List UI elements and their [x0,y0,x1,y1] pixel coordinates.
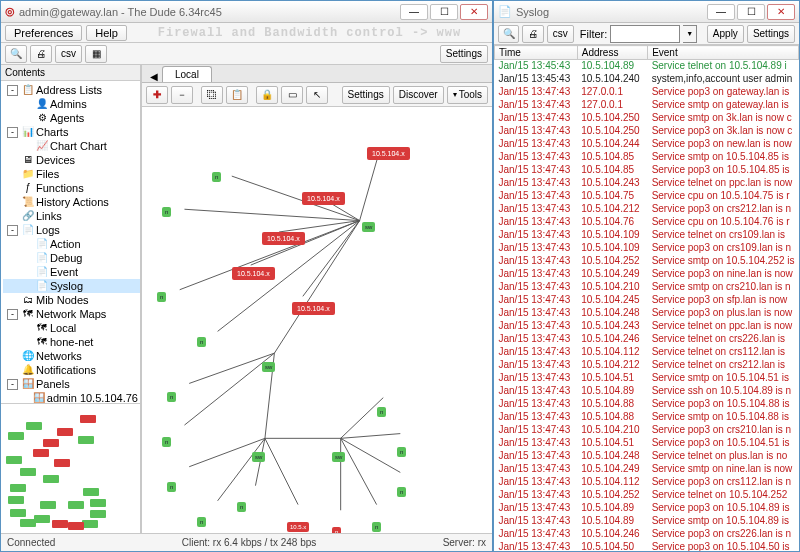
csv-button[interactable]: csv [55,45,82,63]
table-row[interactable]: Jan/15 13:45:4310.5.104.240system,info,a… [495,73,799,86]
printer-icon[interactable]: 🖨 [522,25,543,43]
tree-view[interactable]: -📋Address Lists👤Admins⚙Agents-📊Charts📈Ch… [1,81,140,403]
expand-icon[interactable]: - [7,225,18,236]
table-row[interactable]: Jan/15 13:47:4310.5.104.109Service telne… [495,229,799,242]
tree-item[interactable]: 🖥Devices [3,153,140,167]
tree-item[interactable]: 📄Debug [3,251,140,265]
tree-item[interactable]: ƒFunctions [3,181,140,195]
tree-item[interactable]: -🪟Panels [3,377,140,391]
table-row[interactable]: Jan/15 13:47:4310.5.104.210Service pop3 … [495,424,799,437]
table-row[interactable]: Jan/15 13:47:4310.5.104.252Service smtp … [495,255,799,268]
table-row[interactable]: Jan/15 13:47:4310.5.104.85Service pop3 o… [495,164,799,177]
table-row[interactable]: Jan/15 13:47:4310.5.104.75Service cpu on… [495,190,799,203]
canvas-node[interactable]: 10.5.104.x [292,302,335,315]
menu-preferences[interactable]: Preferences [5,25,82,41]
close-button[interactable]: ✕ [767,4,795,20]
expand-icon[interactable]: - [7,85,18,96]
tree-item[interactable]: 📄Action [3,237,140,251]
select-icon[interactable]: ▭ [281,86,303,104]
tree-item[interactable]: -📋Address Lists [3,83,140,97]
lock-icon[interactable]: 🔒 [256,86,278,104]
canvas-tools-button[interactable]: ▾Tools [447,86,488,104]
table-row[interactable]: Jan/15 13:47:4310.5.104.244Service pop3 … [495,138,799,151]
canvas-node[interactable]: n [162,207,171,217]
binoculars-icon[interactable]: 🔍 [5,45,27,63]
tree-item[interactable]: -📊Charts [3,125,140,139]
minimize-button[interactable]: — [400,4,428,20]
table-row[interactable]: Jan/15 13:47:4310.5.104.249Service pop3 … [495,268,799,281]
minimap[interactable] [1,403,140,533]
col-addr[interactable]: Address [577,46,647,60]
col-event[interactable]: Event [648,46,799,60]
table-row[interactable]: Jan/15 13:47:4310.5.104.109Service pop3 … [495,242,799,255]
canvas-node[interactable]: sw [252,452,265,462]
table-row[interactable]: Jan/15 13:47:4310.5.104.51Service pop3 o… [495,437,799,450]
canvas-node[interactable]: n [197,337,206,347]
tree-item[interactable]: 🗺hone-net [3,335,140,349]
canvas-node[interactable]: sw [332,452,345,462]
table-row[interactable]: Jan/15 13:47:4310.5.104.85Service smtp o… [495,151,799,164]
titlebar-main[interactable]: ◎ admin@gateway.lan - The Dude 6.34rc45 … [1,1,492,23]
back-icon[interactable]: ◀ [150,71,158,82]
table-row[interactable]: Jan/15 13:47:4310.5.104.50Service pop3 o… [495,541,799,552]
canvas-settings-button[interactable]: Settings [342,86,390,104]
col-time[interactable]: Time [495,46,578,60]
canvas-node[interactable]: n [167,392,176,402]
expand-icon[interactable]: - [7,127,18,138]
canvas-node[interactable]: sw [262,362,275,372]
maximize-button[interactable]: ☐ [430,4,458,20]
tree-item[interactable]: 🌐Networks [3,349,140,363]
pointer-icon[interactable]: ↖ [306,86,328,104]
tree-item[interactable]: 📈Chart Chart [3,139,140,153]
tree-item[interactable]: 🔗Links [3,209,140,223]
canvas-node[interactable]: n [332,527,341,533]
copy-icon[interactable]: ⿻ [201,86,223,104]
tab-local[interactable]: Local [162,66,212,82]
table-row[interactable]: Jan/15 13:47:4310.5.104.76Service cpu on… [495,216,799,229]
canvas-node[interactable]: 10.5.104.x [262,232,305,245]
table-row[interactable]: Jan/15 13:47:43127.0.0.1Service pop3 on … [495,86,799,99]
canvas-node[interactable]: n [162,437,171,447]
canvas-node[interactable]: n [397,447,406,457]
table-row[interactable]: Jan/15 13:47:4310.5.104.243Service telne… [495,320,799,333]
table-row[interactable]: Jan/15 13:47:4310.5.104.246Service telne… [495,333,799,346]
maximize-button[interactable]: ☐ [737,4,765,20]
filter-input[interactable] [610,25,680,43]
tree-item[interactable]: 🪟admin 10.5.104.76 [3,391,140,403]
tree-item[interactable]: -📄Logs [3,223,140,237]
table-row[interactable]: Jan/15 13:47:4310.5.104.249Service smtp … [495,463,799,476]
settings-button[interactable]: Settings [747,25,795,43]
tree-item[interactable]: 📄Syslog [3,279,140,293]
filter-dropdown-icon[interactable]: ▼ [683,25,697,43]
table-row[interactable]: Jan/15 13:47:4310.5.104.243Service telne… [495,177,799,190]
remove-node-icon[interactable]: － [171,86,193,104]
canvas-node[interactable]: n [157,292,166,302]
canvas-node[interactable]: n [397,487,406,497]
minimize-button[interactable]: — [707,4,735,20]
tree-item[interactable]: -🗺Network Maps [3,307,140,321]
table-row[interactable]: Jan/15 13:47:4310.5.104.212Service pop3 … [495,203,799,216]
canvas-node[interactable]: n [237,502,246,512]
canvas-node[interactable]: n [197,517,206,527]
apply-button[interactable]: Apply [707,25,744,43]
tree-item[interactable]: 👤Admins [3,97,140,111]
tree-item[interactable]: 📄Event [3,265,140,279]
menu-help[interactable]: Help [86,25,127,41]
table-row[interactable]: Jan/15 13:47:4310.5.104.51Service smtp o… [495,372,799,385]
settings-button[interactable]: Settings [440,45,488,63]
canvas-node[interactable]: n [212,172,221,182]
grid-icon[interactable]: ▦ [85,45,107,63]
canvas-node[interactable]: sw [362,222,375,232]
add-node-icon[interactable]: ✚ [146,86,168,104]
canvas-node[interactable]: 10.5.104.x [302,192,345,205]
binoculars-icon[interactable]: 🔍 [498,25,519,43]
canvas-node[interactable]: n [377,407,386,417]
tree-item[interactable]: 📜History Actions [3,195,140,209]
close-button[interactable]: ✕ [460,4,488,20]
table-row[interactable]: Jan/15 13:47:4310.5.104.89Service ssh on… [495,385,799,398]
expand-icon[interactable]: - [7,309,18,320]
canvas-node[interactable]: n [372,522,381,532]
table-row[interactable]: Jan/15 13:47:4310.5.104.246Service pop3 … [495,528,799,541]
tree-item[interactable]: 🗺Local [3,321,140,335]
paste-icon[interactable]: 📋 [226,86,248,104]
